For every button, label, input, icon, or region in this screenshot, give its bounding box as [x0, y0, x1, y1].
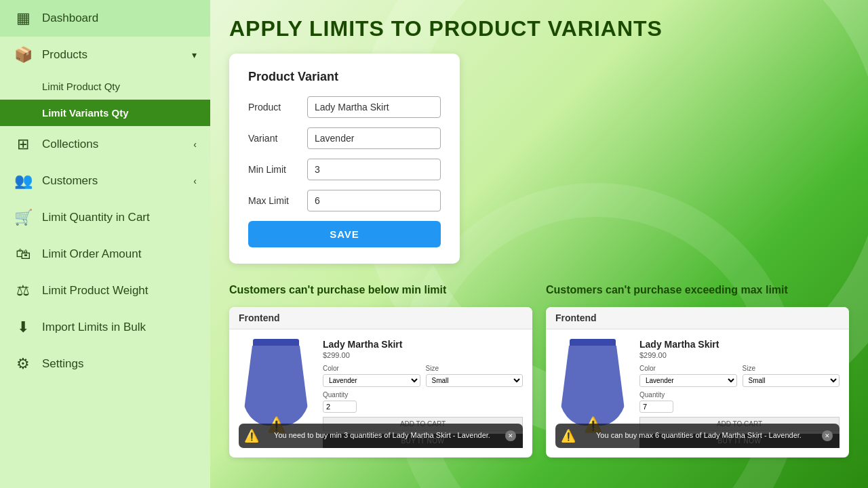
max-color-label: Color: [639, 365, 737, 372]
min-color-label: Color: [323, 365, 420, 372]
sidebar-item-label: Limit Quantity in Cart: [42, 211, 150, 224]
variant-label: Variant: [248, 133, 307, 144]
product-input[interactable]: [307, 96, 441, 118]
settings-icon: ⚙: [14, 355, 33, 373]
page-title: APPLY LIMITS TO PRODUCT VARIANTS: [229, 16, 849, 41]
sidebar-item-collections[interactable]: ⊞ Collections ‹: [0, 126, 210, 163]
chevron-left-icon: ‹: [193, 139, 197, 150]
sidebar-item-label: Collections: [42, 138, 98, 151]
min-product-price: $299.00: [323, 351, 523, 359]
max-size-label: Size: [743, 365, 840, 372]
sidebar-item-limit-order[interactable]: 🛍 Limit Order Amount: [0, 236, 210, 272]
max-demo-box: Frontend ⚠️ Lady Martha Sk: [546, 307, 849, 458]
min-demo-box: Frontend ⚠️ Lady Martha Sk: [229, 307, 532, 458]
min-warning-close[interactable]: ✕: [505, 430, 516, 441]
min-demo-body: ⚠️ Lady Martha Skirt $299.00 Color Laven…: [229, 329, 532, 458]
max-product-name: Lady Martha Skirt: [639, 339, 840, 350]
max-color-select[interactable]: Lavender: [639, 374, 737, 387]
sidebar-item-settings[interactable]: ⚙ Settings: [0, 346, 210, 382]
main-content: APPLY LIMITS TO PRODUCT VARIANTS Product…: [210, 0, 868, 488]
max-qty-input[interactable]: [639, 401, 673, 413]
sidebar-item-label: Limit Order Amount: [42, 247, 141, 261]
demo-section: Frontend ⚠️ Lady Martha Sk: [229, 307, 849, 458]
min-color-select[interactable]: Lavender: [323, 374, 420, 387]
collections-icon: ⊞: [14, 136, 33, 153]
sidebar: ▦ Dashboard 📦 Products ▾ Limit Product Q…: [0, 0, 210, 488]
max-warning-close[interactable]: ✕: [822, 430, 833, 441]
sidebar-item-limit-weight[interactable]: ⚖ Limit Product Weight: [0, 272, 210, 309]
product-row: Product: [248, 96, 441, 118]
max-frontend-label: Frontend: [546, 307, 849, 329]
min-limit-label: Min Limit: [248, 164, 307, 175]
sidebar-item-label: Customers: [42, 174, 98, 188]
skirt-image-min: ⚠️: [239, 339, 313, 434]
sidebar-item-limit-qty-cart[interactable]: 🛒 Limit Quantity in Cart: [0, 199, 210, 236]
sidebar-item-label: Settings: [42, 357, 83, 371]
sidebar-item-label: Dashboard: [42, 12, 98, 25]
variant-row: Variant: [248, 127, 441, 149]
variant-input[interactable]: [307, 127, 441, 149]
sidebar-item-label: Limit Product Weight: [42, 284, 149, 298]
sidebar-item-import-bulk[interactable]: ⬇ Import Limits in Bulk: [0, 309, 210, 346]
dashboard-icon: ▦: [14, 9, 33, 27]
min-demo-label: Customers can't purchase below min limit: [229, 284, 532, 296]
min-warning-icon: ⚠️: [244, 428, 259, 443]
customers-icon: 👥: [14, 172, 33, 190]
subitem-label: Limit Product Qty: [42, 81, 120, 92]
min-limit-input[interactable]: [307, 159, 441, 180]
min-frontend-label: Frontend: [229, 307, 532, 329]
sidebar-item-products[interactable]: 📦 Products ▾: [0, 37, 210, 73]
max-demo-body: ⚠️ Lady Martha Skirt $299.00 Color Laven…: [546, 329, 849, 458]
product-label: Product: [248, 102, 307, 113]
max-qty-label: Quantity: [639, 391, 840, 399]
min-qty-input[interactable]: [323, 401, 357, 413]
min-limit-row: Min Limit: [248, 159, 441, 180]
sidebar-item-label: Products: [42, 48, 87, 62]
skirt-image-max: ⚠️: [555, 339, 630, 434]
max-demo-label: Customers can't purchase exceeding max l…: [546, 284, 849, 296]
variant-form-card: Product Variant Product Variant Min Limi…: [229, 54, 460, 264]
weight-icon: ⚖: [14, 282, 33, 300]
chevron-down-icon: ▾: [192, 49, 197, 60]
order-icon: 🛍: [14, 245, 33, 263]
cart-icon: 🛒: [14, 209, 33, 226]
max-warning-icon: ⚠️: [561, 428, 576, 443]
max-size-select[interactable]: Small: [743, 374, 840, 387]
min-size-label: Size: [426, 365, 524, 372]
sidebar-subitem-limit-variants-qty[interactable]: Limit Variants Qty: [0, 100, 210, 126]
min-qty-label: Quantity: [323, 391, 523, 399]
min-size-select[interactable]: Small: [426, 374, 524, 387]
save-button[interactable]: SAVE: [248, 221, 441, 247]
max-product-price: $299.00: [639, 351, 840, 359]
chevron-left-icon2: ‹: [193, 176, 197, 186]
sidebar-item-customers[interactable]: 👥 Customers ‹: [0, 163, 210, 199]
max-limit-row: Max Limit: [248, 190, 441, 211]
products-icon: 📦: [14, 46, 33, 64]
sidebar-item-label: Import Limits in Bulk: [42, 321, 146, 334]
min-product-name: Lady Martha Skirt: [323, 339, 523, 350]
sidebar-subitem-limit-product-qty[interactable]: Limit Product Qty: [0, 73, 210, 100]
max-warning-text: You can buy max 6 quantities of Lady Mar…: [580, 430, 818, 441]
sidebar-item-dashboard[interactable]: ▦ Dashboard: [0, 0, 210, 37]
min-warning-text: You need to buy min 3 quantities of Lady…: [263, 430, 501, 441]
max-limit-input[interactable]: [307, 190, 441, 211]
subitem-label: Limit Variants Qty: [42, 107, 129, 119]
variant-form-heading: Product Variant: [248, 70, 441, 84]
import-icon: ⬇: [14, 319, 33, 336]
max-limit-label: Max Limit: [248, 195, 307, 206]
